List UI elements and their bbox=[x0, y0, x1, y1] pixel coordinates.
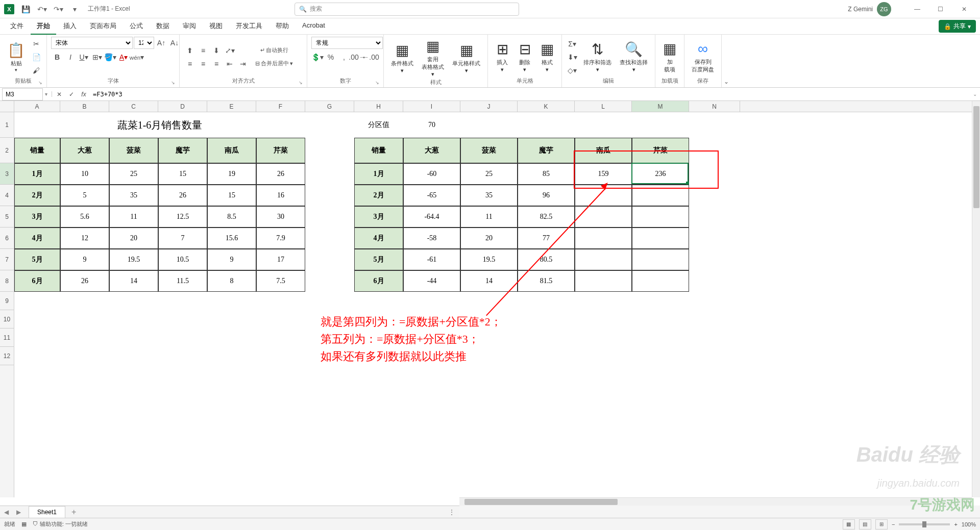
tab-审阅[interactable]: 审阅 bbox=[177, 18, 202, 35]
vertical-thumb[interactable] bbox=[973, 106, 979, 208]
cell[interactable]: 4月 bbox=[354, 228, 403, 249]
cell[interactable]: 销量 bbox=[354, 138, 403, 163]
cell-styles-button[interactable]: ▦单元格样式▾ bbox=[449, 41, 483, 75]
row-header-3[interactable]: 3 bbox=[0, 163, 14, 185]
normal-view-button[interactable]: ▦ bbox=[843, 519, 855, 529]
row-header-4[interactable]: 4 bbox=[0, 185, 14, 206]
cell[interactable]: 14 bbox=[460, 270, 518, 292]
align-bottom-button[interactable]: ⬇ bbox=[210, 44, 223, 57]
cell[interactable]: 芹菜 bbox=[632, 138, 689, 163]
insert-cells-button[interactable]: ⊞插入▾ bbox=[492, 40, 512, 74]
col-header-G[interactable]: G bbox=[305, 101, 354, 112]
col-header-E[interactable]: E bbox=[207, 101, 256, 112]
increase-indent-button[interactable]: ⇥ bbox=[237, 58, 249, 70]
cell[interactable]: 10 bbox=[60, 163, 109, 185]
cell[interactable]: 19.5 bbox=[460, 249, 518, 270]
cell[interactable]: 2月 bbox=[14, 185, 60, 206]
sheet-tab[interactable]: Sheet1 bbox=[29, 506, 65, 518]
tab-开发工具[interactable]: 开发工具 bbox=[230, 18, 268, 35]
tab-视图[interactable]: 视图 bbox=[203, 18, 229, 35]
cancel-formula-button[interactable]: ✕ bbox=[53, 91, 65, 98]
share-button[interactable]: 🔒 共享 ▾ bbox=[939, 20, 976, 33]
col-header-F[interactable]: F bbox=[256, 101, 305, 112]
page-layout-view-button[interactable]: ▤ bbox=[859, 519, 871, 529]
cell[interactable]: 15.6 bbox=[207, 228, 256, 249]
cut-button[interactable]: ✂ bbox=[30, 38, 42, 50]
save-baidu-button[interactable]: ∞保存到 百度网盘 bbox=[689, 40, 717, 74]
tab-公式[interactable]: 公式 bbox=[124, 18, 149, 35]
cell[interactable]: 19.5 bbox=[109, 249, 158, 270]
align-launcher[interactable]: ↘ bbox=[299, 80, 303, 85]
cell[interactable] bbox=[632, 270, 689, 292]
decrease-font-button[interactable]: A↓ bbox=[168, 37, 181, 49]
cell[interactable]: 85 bbox=[518, 163, 575, 185]
cell[interactable]: 1月 bbox=[14, 163, 60, 185]
cell[interactable] bbox=[575, 249, 632, 270]
cell[interactable]: 9 bbox=[207, 249, 256, 270]
row-header-8[interactable]: 8 bbox=[0, 270, 14, 292]
cell[interactable]: 25 bbox=[109, 163, 158, 185]
tab-插入[interactable]: 插入 bbox=[57, 18, 83, 35]
cell[interactable]: 236 bbox=[632, 163, 689, 185]
row-header-10[interactable]: 10 bbox=[0, 310, 14, 329]
zoom-out-button[interactable]: − bbox=[892, 521, 895, 527]
cell[interactable]: 17 bbox=[256, 249, 305, 270]
cell[interactable]: 2月 bbox=[354, 185, 403, 206]
cell[interactable]: 19 bbox=[207, 163, 256, 185]
tab-文件[interactable]: 文件 bbox=[4, 18, 30, 35]
font-color-button[interactable]: A▾ bbox=[117, 51, 130, 63]
align-middle-button[interactable]: ≡ bbox=[197, 44, 209, 57]
cell[interactable]: 5 bbox=[60, 185, 109, 206]
cell[interactable]: 77 bbox=[518, 228, 575, 249]
cell[interactable]: 12 bbox=[60, 228, 109, 249]
cell[interactable] bbox=[575, 228, 632, 249]
cell[interactable]: 11 bbox=[460, 206, 518, 228]
cell[interactable]: 159 bbox=[575, 163, 632, 185]
underline-button[interactable]: U▾ bbox=[78, 51, 90, 63]
cell[interactable]: -60 bbox=[403, 163, 460, 185]
cell[interactable]: 20 bbox=[460, 228, 518, 249]
user-name[interactable]: Z Gemini bbox=[848, 6, 873, 13]
cell[interactable] bbox=[632, 228, 689, 249]
cell[interactable]: 11.5 bbox=[158, 270, 207, 292]
cell[interactable]: 82.5 bbox=[518, 206, 575, 228]
minimize-button[interactable]: — bbox=[905, 0, 929, 18]
find-select-button[interactable]: 🔍查找和选择▾ bbox=[617, 40, 651, 74]
undo-button[interactable]: ↶▾ bbox=[35, 2, 49, 16]
col-header-D[interactable]: D bbox=[158, 101, 207, 112]
accept-formula-button[interactable]: ✓ bbox=[65, 91, 78, 98]
cell[interactable]: 81.5 bbox=[518, 270, 575, 292]
col-header-K[interactable]: K bbox=[518, 101, 575, 112]
vertical-scrollbar[interactable] bbox=[972, 101, 980, 497]
cell[interactable]: 30 bbox=[256, 206, 305, 228]
tab-页面布局[interactable]: 页面布局 bbox=[84, 18, 122, 35]
cell[interactable]: 6月 bbox=[14, 270, 60, 292]
cell[interactable]: 14 bbox=[109, 270, 158, 292]
row-header-6[interactable]: 6 bbox=[0, 228, 14, 249]
tab-帮助[interactable]: 帮助 bbox=[270, 18, 295, 35]
autosum-button[interactable]: Σ▾ bbox=[566, 38, 578, 50]
cell[interactable] bbox=[632, 249, 689, 270]
close-button[interactable]: ✕ bbox=[952, 0, 976, 18]
cell[interactable] bbox=[632, 206, 689, 228]
cell[interactable]: 南瓜 bbox=[575, 138, 632, 163]
delete-cells-button[interactable]: ⊟删除▾ bbox=[514, 40, 535, 74]
font-launcher[interactable]: ↘ bbox=[171, 80, 175, 85]
format-cells-button[interactable]: ▦格式▾ bbox=[537, 40, 557, 74]
border-button[interactable]: ⊞▾ bbox=[91, 51, 103, 63]
cell[interactable]: 70 bbox=[403, 112, 460, 138]
col-header-B[interactable]: B bbox=[60, 101, 109, 112]
save-icon[interactable]: 💾 bbox=[18, 2, 33, 16]
col-header-J[interactable]: J bbox=[460, 101, 518, 112]
cell[interactable]: -61 bbox=[403, 249, 460, 270]
cell[interactable]: 5月 bbox=[354, 249, 403, 270]
horizontal-thumb[interactable] bbox=[464, 499, 618, 505]
search-box[interactable]: 🔍 搜索 bbox=[295, 3, 519, 16]
font-size-select[interactable]: 12 bbox=[134, 37, 154, 49]
col-header-N[interactable]: N bbox=[689, 101, 740, 112]
cell[interactable]: 26 bbox=[60, 270, 109, 292]
redo-button[interactable]: ↷▾ bbox=[51, 2, 65, 16]
row-header-1[interactable]: 1 bbox=[0, 112, 14, 138]
sheet-next-button[interactable]: ▶ bbox=[12, 509, 24, 516]
row-header-12[interactable]: 12 bbox=[0, 347, 14, 365]
